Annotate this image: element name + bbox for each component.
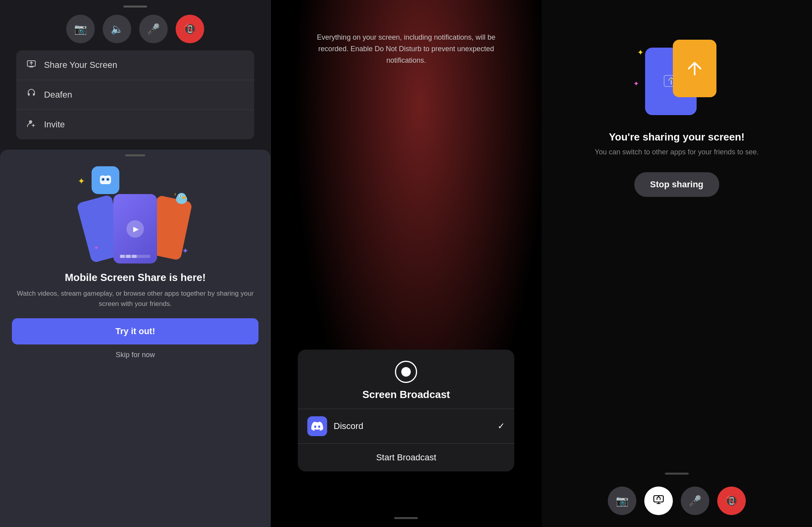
svg-point-5 (102, 179, 104, 180)
broadcast-modal: Screen Broadcast Discord ✓ Start Broadca… (298, 350, 515, 471)
discord-logo (308, 416, 327, 436)
menu-list: Share Your Screen Deafen Invite (16, 50, 254, 139)
deafen-item[interactable]: Deafen (16, 80, 254, 110)
play-button: ▶ (126, 220, 144, 238)
invite-icon (26, 119, 37, 131)
svg-point-13 (180, 196, 181, 197)
checkmark-icon: ✓ (498, 421, 505, 431)
speaker-button[interactable]: 🔈 (103, 15, 131, 43)
end-call-button-3[interactable]: 📵 (717, 487, 746, 515)
camera-button[interactable]: 📷 (66, 15, 95, 43)
call-controls: 📷 🔈 🎤 📵 (58, 15, 212, 43)
panel-1-promo: ▶ ✦ (0, 150, 270, 527)
mic-button-3[interactable]: 🎤 (681, 487, 709, 515)
stop-sharing-button[interactable]: Stop sharing (634, 172, 719, 197)
sharing-illustration: ✦ ✦ ✦ (637, 40, 716, 119)
panel-3: ✦ ✦ ✦ You're sharing your screen! You ca… (542, 0, 812, 527)
svg-point-1 (29, 120, 32, 123)
drag-handle-2[interactable] (125, 154, 145, 156)
discord-option-label: Discord (334, 421, 492, 431)
share-screen-label: Share Your Screen (44, 60, 117, 70)
skip-link[interactable]: Skip for now (116, 351, 155, 359)
start-broadcast-button[interactable]: Start Broadcast (298, 443, 515, 471)
mic-icon: 🎤 (147, 23, 160, 35)
screen-share-active-button[interactable] (644, 487, 673, 515)
deafen-label: Deafen (44, 90, 72, 100)
panel-1: 📷 🔈 🎤 📵 Share Your Screen (0, 0, 271, 527)
robot-mascot (92, 166, 119, 194)
panel-2: Everything on your screen, including not… (271, 0, 541, 527)
try-it-button[interactable]: Try it out! (12, 318, 259, 344)
feature-title: Mobile Screen Share is here! (65, 271, 205, 284)
phone-center: ▶ (113, 194, 157, 264)
mic-button[interactable]: 🎤 (139, 15, 168, 43)
speaker-icon: 🔈 (111, 23, 123, 35)
share-screen-item[interactable]: Share Your Screen (16, 50, 254, 80)
sparkle-2: ✦ (94, 244, 99, 252)
drag-handle-1[interactable] (123, 6, 147, 8)
warning-text: Everything on your screen, including not… (305, 32, 508, 66)
drag-handle-3[interactable] (665, 473, 689, 475)
screen-share-icon-3 (653, 494, 664, 508)
invite-label: Invite (44, 119, 65, 130)
discord-option[interactable]: Discord ✓ (298, 409, 515, 443)
deafen-icon (26, 89, 37, 101)
start-broadcast-label: Start Broadcast (376, 452, 437, 463)
end-call-icon-3: 📵 (725, 495, 738, 507)
mic-icon-3: 🎤 (689, 495, 701, 507)
sharing-title: You're sharing your screen! (609, 131, 745, 143)
screen-share-illustration: ▶ ✦ (76, 164, 195, 264)
record-icon (395, 361, 417, 383)
share-sparkle-tl: ✦ (637, 48, 644, 57)
end-call-button[interactable]: 📵 (176, 15, 204, 43)
bottom-controls-3: 📷 🎤 📵 (608, 487, 746, 515)
sparkle-3: ✦ (182, 246, 189, 256)
camera-icon: 📷 (74, 23, 87, 35)
share-sparkle-ml: ✦ (633, 79, 639, 88)
svg-point-14 (182, 196, 186, 199)
sparkle-1: ✦ (78, 176, 85, 187)
drag-handle-panel2[interactable] (394, 517, 418, 519)
svg-rect-7 (102, 183, 109, 184)
broadcast-header: Screen Broadcast (298, 350, 515, 409)
feature-desc: Watch videos, stream gameplay, or browse… (12, 289, 259, 309)
share-screen-icon (26, 59, 37, 71)
camera-icon-3: 📷 (616, 495, 628, 507)
svg-point-6 (107, 179, 109, 180)
broadcast-title: Screen Broadcast (362, 389, 450, 401)
camera-button-3[interactable]: 📷 (608, 487, 636, 515)
phone-front-share (673, 40, 716, 97)
panel-3-bottom: 📷 🎤 📵 (542, 465, 812, 527)
svg-point-9 (105, 173, 106, 174)
record-dot (401, 367, 411, 377)
sharing-desc: You can switch to other apps for your fr… (583, 148, 771, 156)
bird-mascot (173, 188, 191, 209)
invite-item[interactable]: Invite (16, 110, 254, 139)
end-call-icon: 📵 (184, 23, 196, 35)
